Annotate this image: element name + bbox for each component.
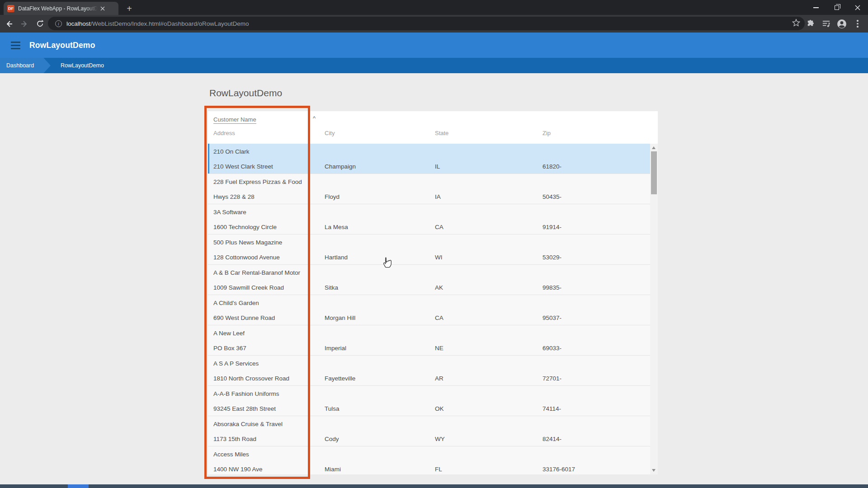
browser-menu-icon[interactable]	[852, 18, 863, 30]
bottom-accent-segment	[68, 484, 89, 488]
column-header-city[interactable]: City	[325, 130, 335, 136]
column-header-state[interactable]: State	[435, 130, 448, 136]
url-bar[interactable]: i localhost/WebListDemo/Index.html#oDash…	[48, 17, 805, 30]
column-header-address[interactable]: Address	[213, 130, 235, 136]
sort-ascending-icon[interactable]: ^	[313, 115, 316, 122]
table-row[interactable]: 500 Plus News Magazine128 Cottonwood Ave…	[208, 235, 650, 265]
bookmark-star-icon[interactable]	[792, 19, 800, 28]
scroll-up-icon[interactable]	[652, 146, 656, 149]
app-header: RowLayoutDemo	[0, 33, 868, 58]
extensions-puzzle-icon[interactable]	[804, 18, 816, 30]
breadcrumb-item-current: RowLayoutDemo	[61, 62, 104, 69]
address-cell: 128 Cottonwood Avenue	[213, 253, 280, 260]
breadcrumb: Dashboard RowLayoutDemo	[0, 58, 868, 73]
app-title: RowLayoutDemo	[29, 41, 95, 50]
table-row[interactable]: A-A-B Fashion Uniforms93245 East 28th St…	[208, 386, 650, 416]
window-restore-button[interactable]	[826, 0, 847, 15]
address-cell: 93245 East 28th Street	[213, 405, 276, 412]
tab-close-icon[interactable]	[99, 5, 107, 13]
zip-cell: 69033-	[542, 344, 561, 351]
customer-name-cell: Absoraka Cruise & Travel	[213, 420, 283, 427]
table-row[interactable]: 210 On Clark210 West Clark StreetChampai…	[208, 144, 650, 174]
address-cell: PO Box 367	[213, 344, 246, 351]
address-cell: 1009 Sawmill Creek Road	[213, 284, 284, 291]
city-cell: Miami	[325, 465, 341, 472]
site-info-icon[interactable]: i	[55, 20, 62, 27]
window-minimize-button[interactable]	[806, 0, 826, 15]
table-row[interactable]: Access Miles1400 NW 190 AveMiamiFL33176-…	[208, 446, 650, 474]
zip-cell: 33176-6017	[542, 465, 575, 472]
address-cell: Hwys 228 & 28	[213, 193, 255, 200]
zip-cell: 74114-	[542, 405, 561, 412]
media-controls-icon[interactable]	[820, 18, 832, 30]
address-cell: 1400 NW 190 Ave	[213, 465, 263, 472]
favicon-icon: DF	[7, 5, 14, 12]
table-row[interactable]: A & B Car Rental-Baranof Motor1009 Sawmi…	[208, 265, 650, 295]
zip-cell: 82414-	[542, 435, 561, 442]
customer-name-cell: A S A P Services	[213, 360, 259, 366]
state-cell: CA	[435, 314, 443, 321]
table-row[interactable]: A New LeefPO Box 367ImperialNE69033-	[208, 325, 650, 356]
customer-name-cell: A New Leef	[213, 329, 245, 336]
address-cell: 1600 Technology Circle	[213, 223, 277, 230]
zip-cell: 72701-	[542, 375, 561, 381]
state-cell: CA	[435, 223, 443, 230]
page-title: RowLayoutDemo	[209, 88, 282, 99]
table-row[interactable]: 228 Fuel Express Pizzas & FoodHwys 228 &…	[208, 174, 650, 204]
zip-cell: 95037-	[542, 314, 561, 321]
grid-panel: Customer Name ^ Address City State Zip 2…	[208, 111, 658, 474]
address-cell: 210 West Clark Street	[213, 163, 273, 169]
state-cell: AK	[435, 284, 443, 291]
breadcrumb-item-dashboard[interactable]: Dashboard	[0, 58, 51, 73]
customer-name-cell: 228 Fuel Express Pizzas & Food	[213, 178, 302, 185]
url-path: /WebListDemo/Index.html#oDashboard/oRowL…	[90, 20, 249, 27]
table-row[interactable]: 3A Software1600 Technology CircleLa Mesa…	[208, 204, 650, 235]
city-cell: Fayetteville	[325, 375, 355, 381]
url-text[interactable]: localhost/WebListDemo/Index.html#oDashbo…	[66, 20, 249, 27]
zip-cell: 50435-	[542, 193, 561, 200]
state-cell: IA	[435, 193, 441, 200]
state-cell: OK	[435, 405, 444, 412]
state-cell: AR	[435, 375, 443, 381]
table-row[interactable]: A Child's Garden690 West Dunne RoadMorga…	[208, 295, 650, 325]
city-cell: Floyd	[325, 193, 340, 200]
scrollbar-thumb[interactable]	[651, 151, 657, 194]
address-cell: 1810 North Crossover Road	[213, 375, 289, 381]
scroll-down-icon[interactable]	[652, 469, 656, 472]
customer-name-cell: Access Miles	[213, 450, 249, 457]
customer-name-cell: A-A-B Fashion Uniforms	[213, 390, 279, 397]
customer-name-cell: 210 On Clark	[213, 148, 250, 155]
bottom-edge-bar	[0, 484, 868, 488]
tab-strip: DF DataFlex WebApp - RowLayoutD +	[0, 0, 868, 15]
grid-rows: 210 On Clark210 West Clark StreetChampai…	[208, 144, 650, 474]
city-cell: Cody	[325, 435, 339, 442]
back-icon[interactable]	[3, 18, 15, 30]
table-row[interactable]: A S A P Services1810 North Crossover Roa…	[208, 356, 650, 386]
tab-title: DataFlex WebApp - RowLayoutD	[18, 5, 98, 12]
city-cell: Sitka	[325, 284, 338, 291]
customer-name-cell: A Child's Garden	[213, 299, 259, 306]
address-cell: 1173 15th Road	[213, 435, 256, 442]
zip-cell: 99835-	[542, 284, 561, 291]
zip-cell: 91914-	[542, 223, 561, 230]
customer-name-cell: A & B Car Rental-Baranof Motor	[213, 269, 300, 276]
refresh-icon[interactable]	[33, 18, 46, 30]
state-cell: NE	[435, 344, 443, 351]
new-tab-button[interactable]: +	[124, 3, 135, 14]
hamburger-menu-icon[interactable]	[11, 42, 20, 49]
forward-icon[interactable]	[18, 18, 31, 30]
column-header-zip[interactable]: Zip	[542, 130, 551, 136]
window-close-button[interactable]	[847, 0, 868, 15]
table-row[interactable]: Absoraka Cruise & Travel1173 15th RoadCo…	[208, 416, 650, 446]
vertical-scrollbar[interactable]	[650, 144, 658, 474]
city-cell: Tulsa	[325, 405, 340, 412]
customer-name-cell: 500 Plus News Magazine	[213, 239, 282, 245]
url-host: localhost	[66, 20, 90, 27]
profile-avatar[interactable]	[836, 18, 848, 30]
city-cell: Imperial	[325, 344, 346, 351]
city-cell: Hartland	[325, 253, 348, 260]
state-cell: FL	[435, 465, 442, 472]
customer-name-cell: 3A Software	[213, 208, 246, 215]
column-header-customer-name[interactable]: Customer Name	[213, 116, 256, 124]
browser-tab[interactable]: DF DataFlex WebApp - RowLayoutD	[4, 2, 118, 15]
